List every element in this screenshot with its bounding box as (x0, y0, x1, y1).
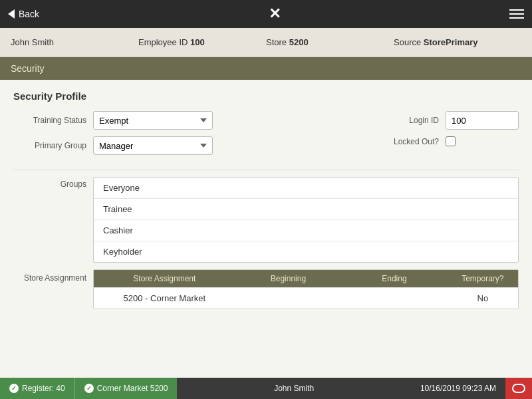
hamburger-line (509, 17, 524, 19)
form-right-column: Login ID 100 Locked Out? (366, 111, 519, 162)
temporary-cell: No (448, 288, 518, 309)
locked-out-row: Locked Out? (366, 136, 519, 146)
col-header-temporary: Temporary? (448, 270, 518, 287)
login-id-input[interactable]: 100 (446, 111, 519, 130)
primary-group-row: Primary Group Manager Cashier Keyholder … (13, 136, 352, 155)
register-label: Register: 40 (22, 384, 65, 393)
menu-button[interactable] (509, 9, 524, 19)
list-item: Keyholder (94, 241, 518, 262)
datetime-label: 10/16/2019 09:23 AM (420, 384, 496, 393)
ending-cell (341, 288, 448, 309)
login-id-label: Login ID (366, 116, 446, 125)
training-status-select[interactable]: Exempt Required Completed (93, 111, 213, 130)
locked-out-checkbox[interactable] (446, 136, 456, 146)
top-navigation: Back ✕ (0, 0, 532, 28)
hamburger-line (509, 13, 524, 15)
red-oval-icon (512, 384, 525, 393)
app-logo: ✕ (269, 5, 280, 23)
store-check-icon: ✓ (84, 384, 94, 393)
store-assignment-section: Store Assignment Store Assignment Beginn… (13, 269, 519, 309)
col-header-ending: Ending (341, 270, 448, 287)
groups-list: Everyone Trainee Cashier Keyholder (93, 177, 519, 263)
user-status: John Smith (177, 378, 410, 399)
store-label: Store (266, 37, 289, 47)
table-header-row: Store Assignment Beginning Ending Tempor… (94, 270, 518, 287)
store-status-label: Corner Market 5200 (97, 384, 168, 393)
locked-out-checkbox-wrap (446, 136, 456, 146)
back-label: Back (19, 9, 39, 19)
hamburger-line (509, 9, 524, 11)
status-bar: ✓ Register: 40 ✓ Corner Market 5200 John… (0, 378, 532, 399)
section-title: Security (11, 63, 45, 74)
divider-1 (13, 170, 519, 170)
locked-out-label: Locked Out? (366, 137, 446, 146)
datetime-status: 10/16/2019 09:23 AM (411, 378, 505, 399)
store-assignment-table: Store Assignment Beginning Ending Tempor… (93, 269, 519, 309)
red-oval-status[interactable] (505, 378, 532, 399)
store-name-cell: 5200 - Corner Market (94, 288, 235, 309)
groups-section: Groups Everyone Trainee Cashier Keyholde… (13, 177, 519, 263)
back-button[interactable]: Back (8, 9, 39, 19)
section-header: Security (0, 57, 532, 80)
list-item: Cashier (94, 220, 518, 241)
store-assignment-label: Store Assignment (13, 269, 93, 309)
primary-group-select[interactable]: Manager Cashier Keyholder Trainee (93, 136, 213, 155)
beginning-cell (235, 288, 342, 309)
store-section: Store 5200 (266, 37, 394, 47)
source-label: Source (394, 37, 424, 47)
table-row: 5200 - Corner Market No (94, 287, 518, 309)
store-status: ✓ Corner Market 5200 (74, 378, 178, 399)
register-status: ✓ Register: 40 (0, 378, 74, 399)
employee-id-section: Employee ID 100 (138, 37, 266, 47)
store-value: 5200 (289, 37, 309, 47)
user-label: John Smith (274, 384, 314, 393)
employee-bar: John Smith Employee ID 100 Store 5200 So… (0, 28, 532, 57)
login-id-row: Login ID 100 (366, 111, 519, 130)
training-status-label: Training Status (13, 116, 93, 125)
col-header-store: Store Assignment (94, 270, 235, 287)
list-item: Trainee (94, 199, 518, 220)
training-status-row: Training Status Exempt Required Complete… (13, 111, 352, 130)
form-left-column: Training Status Exempt Required Complete… (13, 111, 352, 162)
groups-label: Groups (13, 177, 93, 263)
employee-id-label: Employee ID (138, 37, 190, 47)
source-section: Source StorePrimary (394, 37, 521, 47)
register-check-icon: ✓ (9, 384, 19, 393)
list-item: Everyone (94, 178, 518, 199)
employee-id-value: 100 (190, 37, 205, 47)
col-header-beginning: Beginning (235, 270, 342, 287)
main-content: Security Profile Training Status Exempt … (0, 80, 532, 378)
profile-form: Training Status Exempt Required Complete… (13, 111, 519, 162)
profile-title: Security Profile (13, 90, 519, 102)
back-arrow-icon (8, 9, 15, 19)
primary-group-label: Primary Group (13, 141, 93, 150)
source-value: StorePrimary (424, 37, 478, 47)
employee-name: John Smith (11, 37, 138, 47)
